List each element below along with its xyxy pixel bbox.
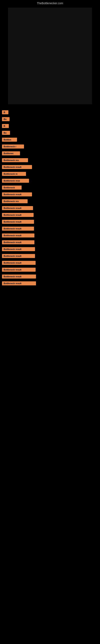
result-row: Bottleneck res	[2, 199, 98, 203]
bottleneck-result-bar: Bottleneck r	[2, 144, 24, 148]
bottleneck-result-bar: Bottleneck result	[2, 213, 34, 217]
bottleneck-result-bar: Bo	[2, 117, 10, 121]
bottleneck-result-bar: Bottleneck result	[2, 220, 34, 224]
result-row: B	[2, 110, 98, 114]
result-row: Bo	[2, 131, 98, 135]
result-row: Bottleneck result	[2, 165, 98, 169]
result-row: Bottleneck result	[2, 226, 98, 231]
result-row: Bottleneck result	[2, 234, 98, 238]
chart-area	[0, 6, 100, 110]
bottleneck-result-bar: Bottleneck res	[2, 158, 28, 162]
result-row: Bottleneck result	[2, 240, 98, 244]
chart-inner	[8, 8, 92, 104]
bottleneck-result-bar: Bottleneck result	[2, 247, 35, 251]
result-row: Bottleneck re	[2, 172, 98, 176]
result-row: Bottleneck result	[2, 281, 98, 285]
result-row: Bottleneck result	[2, 220, 98, 224]
bottleneck-result-bar: Bottleneck result	[2, 192, 32, 196]
bottleneck-result-bar: Bo	[2, 131, 10, 135]
result-row: Bottleneck result	[2, 274, 98, 278]
bottleneck-result-bar: Bottleneck result	[2, 268, 36, 272]
bottleneck-result-bar: Bottleneck re	[2, 172, 26, 176]
bottleneck-result-bar: Bottleneck result	[2, 281, 36, 285]
bottleneck-result-bar: B	[2, 124, 9, 128]
bottleneck-result-bar: Bottleneck rese	[2, 179, 29, 183]
result-section: BBoBBoBottlenBottleneck rBottlenecBottle…	[0, 110, 100, 285]
result-row: Bottleneck rese	[2, 179, 98, 183]
result-row: Bottleneck	[2, 186, 98, 190]
bottleneck-result-bar: Bottleneck	[2, 186, 22, 190]
site-title: TheBottlenecker.com	[0, 0, 100, 6]
result-row: Bottleneck r	[2, 144, 98, 148]
bottleneck-result-bar: Bottleneck result	[2, 274, 36, 278]
bottleneck-result-bar: Bottlen	[2, 138, 17, 142]
result-row: Bottleneck result	[2, 247, 98, 251]
result-row: Bottleneck result	[2, 213, 98, 217]
result-row: Bottlen	[2, 138, 98, 142]
result-row: Bottleneck result	[2, 268, 98, 272]
result-row: Bo	[2, 117, 98, 121]
bottleneck-result-bar: Bottleneck result	[2, 234, 34, 238]
result-row: Bottleneck result	[2, 192, 98, 196]
bottleneck-result-bar: Bottleneck result	[2, 226, 34, 231]
bottleneck-result-bar: Bottlenec	[2, 151, 20, 155]
bottleneck-result-bar: Bottleneck result	[2, 240, 34, 244]
result-row: Bottleneck result	[2, 206, 98, 210]
result-row: Bottlenec	[2, 151, 98, 155]
bottleneck-result-bar: B	[2, 110, 8, 114]
bottleneck-result-bar: Bottleneck result	[2, 254, 35, 258]
result-row: Bottleneck res	[2, 158, 98, 162]
result-row: B	[2, 124, 98, 128]
result-row: Bottleneck result	[2, 254, 98, 258]
result-row: Bottleneck result	[2, 261, 98, 265]
bottleneck-result-bar: Bottleneck res	[2, 199, 28, 203]
bottleneck-result-bar: Bottleneck result	[2, 206, 33, 210]
bottleneck-result-bar: Bottleneck result	[2, 165, 32, 169]
bottleneck-result-bar: Bottleneck result	[2, 261, 36, 265]
